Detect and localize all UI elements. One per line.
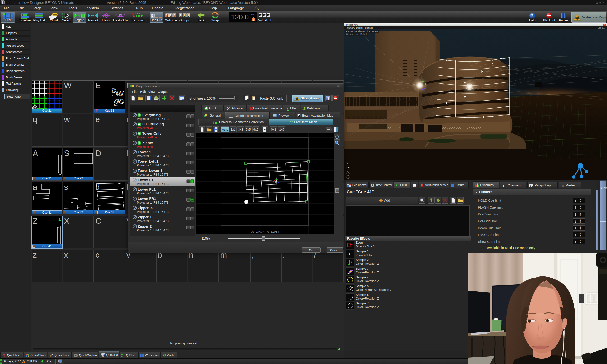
svg-text:beta: beta <box>53 13 57 16</box>
svg-text:1: 1 <box>184 14 185 17</box>
svg-text:✱: ✱ <box>575 16 579 21</box>
svg-text:1: 1 <box>166 14 168 17</box>
svg-text:S: S <box>119 14 121 17</box>
svg-text:1: 1 <box>152 14 153 17</box>
svg-text:1: 1 <box>187 14 189 17</box>
svg-text:3: 3 <box>174 14 175 17</box>
svg-text:?: ? <box>327 96 329 100</box>
svg-text:!: ! <box>23 361 24 363</box>
svg-text:✱: ✱ <box>296 97 298 101</box>
svg-text:?: ? <box>531 13 533 18</box>
svg-text:#: # <box>264 128 265 131</box>
svg-text:FX: FX <box>102 353 105 356</box>
svg-text:2: 2 <box>170 14 172 17</box>
svg-text:1: 1 <box>180 14 181 17</box>
svg-text:go: go <box>114 95 124 106</box>
